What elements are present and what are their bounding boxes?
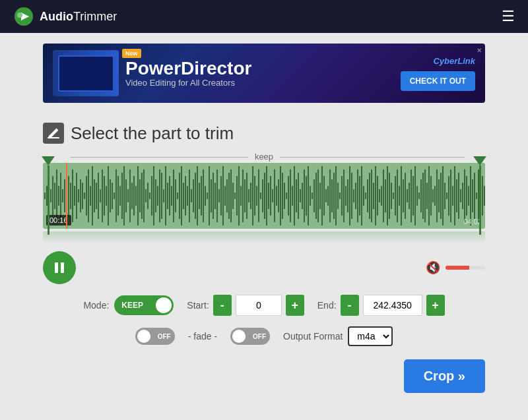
svg-rect-144 [321, 166, 323, 225]
svg-rect-218 [468, 186, 469, 206]
logo-icon [13, 6, 34, 27]
svg-rect-67 [169, 176, 170, 216]
fade-out-toggle[interactable]: OFF [230, 328, 270, 345]
ad-title: PowerDirector [125, 59, 394, 78]
waveform-container[interactable]: 00:16 04:02 [43, 163, 485, 229]
ad-close-icon[interactable]: ✕ [477, 47, 482, 54]
svg-rect-143 [319, 183, 321, 209]
svg-rect-40 [116, 169, 117, 222]
svg-rect-95 [224, 186, 226, 206]
ad-banner[interactable]: New PowerDirector Video Editing for All … [43, 44, 485, 103]
svg-rect-3 [48, 137, 59, 138]
svg-rect-58 [151, 176, 152, 216]
svg-rect-49 [133, 176, 135, 216]
svg-rect-55 [145, 189, 147, 202]
svg-rect-149 [331, 179, 333, 212]
end-input[interactable] [363, 295, 422, 316]
handle-left[interactable] [42, 156, 55, 235]
volume-bar[interactable] [446, 266, 485, 270]
ad-screen [58, 55, 114, 92]
svg-rect-181 [395, 176, 396, 216]
svg-rect-64 [163, 189, 164, 202]
svg-rect-86 [207, 193, 208, 199]
svg-rect-12 [60, 173, 61, 219]
svg-rect-163 [359, 176, 360, 216]
svg-rect-186 [405, 173, 406, 219]
svg-rect-14 [64, 179, 65, 212]
svg-rect-57 [149, 193, 150, 199]
svg-rect-60 [155, 179, 156, 212]
svg-rect-98 [230, 169, 232, 222]
handle-left-arrow [42, 156, 55, 165]
fade-in-toggle[interactable]: OFF [135, 328, 175, 345]
svg-rect-127 [288, 176, 289, 216]
fade-out-off-label: OFF [253, 333, 266, 340]
svg-rect-91 [216, 169, 218, 222]
svg-rect-206 [444, 183, 446, 209]
svg-rect-195 [422, 173, 424, 219]
svg-rect-34 [104, 176, 105, 216]
ad-cta-button[interactable]: CHECK IT OUT [401, 71, 475, 91]
svg-rect-27 [90, 186, 91, 206]
svg-rect-76 [187, 186, 188, 206]
start-label: Start: [187, 300, 209, 311]
ad-content: PowerDirector Video Editing for All Crea… [125, 59, 394, 88]
svg-rect-59 [153, 166, 154, 225]
start-plus-button[interactable]: + [286, 295, 304, 316]
handle-right-arrow [473, 156, 486, 165]
hamburger-menu[interactable]: ☰ [502, 9, 515, 24]
svg-rect-154 [341, 176, 343, 216]
svg-rect-47 [129, 169, 131, 222]
svg-rect-209 [450, 169, 451, 222]
svg-rect-159 [351, 173, 352, 219]
controls-row: 🔇 [43, 251, 485, 284]
svg-rect-123 [280, 166, 281, 225]
svg-rect-20 [76, 173, 77, 219]
logo-text: AudioTrimmer [40, 10, 117, 24]
svg-rect-96 [226, 179, 228, 212]
svg-rect-122 [278, 179, 279, 212]
crop-button-row: Crop » [43, 359, 485, 393]
start-input[interactable] [236, 295, 282, 316]
svg-rect-200 [432, 189, 434, 202]
mode-toggle[interactable]: KEEP [114, 295, 174, 315]
svg-rect-214 [460, 189, 461, 202]
svg-rect-155 [343, 169, 345, 222]
svg-rect-90 [214, 183, 216, 209]
svg-rect-146 [325, 189, 327, 202]
svg-rect-13 [62, 189, 63, 202]
playhead[interactable] [66, 163, 67, 229]
svg-rect-85 [205, 186, 206, 206]
svg-rect-227 [55, 262, 58, 273]
end-minus-button[interactable]: - [341, 295, 359, 316]
end-plus-button[interactable]: + [426, 295, 445, 316]
svg-rect-176 [385, 179, 386, 212]
svg-rect-145 [323, 176, 325, 216]
svg-rect-100 [234, 193, 236, 199]
svg-rect-197 [426, 183, 428, 209]
svg-rect-79 [193, 179, 194, 212]
crop-button[interactable]: Crop » [404, 359, 485, 393]
svg-rect-29 [94, 179, 95, 212]
keep-label-row: keep [43, 152, 485, 162]
svg-rect-161 [355, 183, 356, 209]
svg-rect-68 [171, 186, 172, 206]
handle-right[interactable] [473, 156, 486, 235]
start-minus-button[interactable]: - [213, 295, 232, 316]
svg-rect-50 [135, 186, 137, 206]
svg-rect-126 [286, 193, 287, 199]
svg-rect-187 [407, 189, 408, 202]
pause-button[interactable] [43, 251, 76, 284]
svg-rect-73 [181, 166, 182, 225]
svg-rect-147 [327, 186, 329, 206]
ad-container: New PowerDirector Video Editing for All … [0, 33, 528, 109]
svg-rect-26 [88, 169, 89, 222]
svg-rect-39 [114, 193, 115, 199]
svg-rect-153 [339, 193, 341, 199]
svg-rect-140 [314, 179, 315, 212]
format-select[interactable]: mp3 m4a wav ogg [348, 326, 393, 346]
svg-rect-84 [203, 169, 204, 222]
section-title-row: Select the part to trim [43, 123, 485, 144]
svg-rect-129 [292, 186, 293, 206]
handle-left-line [48, 165, 50, 235]
